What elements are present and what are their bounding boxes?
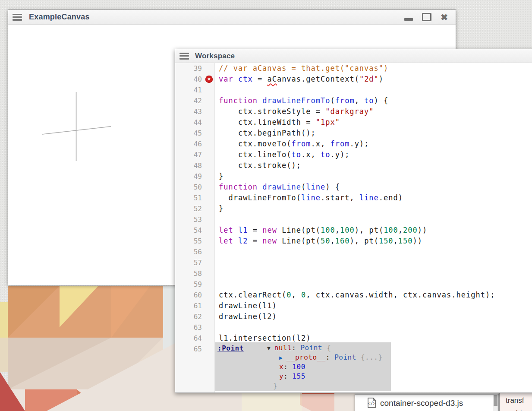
code-text: ctx.beginPath();: [215, 128, 316, 139]
scrollbar[interactable]: [493, 395, 498, 411]
inspector-row: }: [215, 381, 391, 391]
line-number: 41: [175, 85, 215, 95]
code-text: drawLine(l2): [215, 311, 277, 322]
code-line: 42function drawLineFromTo(from, to) {: [175, 95, 532, 106]
line-number: 58: [175, 268, 215, 279]
example-canvas-titlebar[interactable]: ExampleCanvas ✖: [8, 10, 456, 25]
line-number: 56: [175, 247, 215, 257]
code-text: drawLineFromTo(line.start, line.end): [215, 193, 403, 203]
file-list-panel: </> container-scoped-d3.js: [355, 394, 499, 411]
code-text: function drawLineFromTo(from, to) {: [215, 95, 388, 106]
code-line: 58: [175, 268, 532, 279]
line-number: 65: [175, 344, 215, 354]
panel-text-line: transf: [506, 395, 532, 407]
code-line: 49}: [175, 171, 532, 182]
code-line: 40✕var ctx = aCanvas.getContext("2d"): [175, 74, 532, 85]
code-editor[interactable]: 39// var aCanvas = that.get("canvas")40✕…: [175, 63, 532, 392]
line-number: 63: [175, 322, 215, 333]
code-text: ctx.strokeStyle = "darkgray": [215, 106, 374, 117]
code-line: 43 ctx.strokeStyle = "darkgray": [175, 106, 532, 117]
window-title: Workspace: [195, 52, 235, 60]
window-title: ExampleCanvas: [29, 13, 90, 22]
code-line: 61drawLine(l1): [175, 300, 532, 311]
inline-inspector-widget: :Point ▼ null: Point {▶ __proto__: Point…: [215, 342, 391, 391]
code-text: ctx.clearRect(0, 0, ctx.canvas.width, ct…: [215, 290, 495, 300]
line-number: 43: [175, 106, 215, 117]
code-line: 39// var aCanvas = that.get("canvas"): [175, 63, 532, 74]
line-number: 48: [175, 160, 215, 171]
file-name: container-scoped-d3.js: [380, 398, 463, 408]
line-number: 61: [175, 300, 215, 311]
line-number: 44: [175, 117, 215, 128]
scrollbar-thumb[interactable]: [494, 395, 497, 406]
code-text: function drawLine(line) {: [215, 182, 340, 193]
menu-icon[interactable]: [179, 53, 189, 60]
line-number: 47: [175, 149, 215, 160]
line-number: 49: [175, 171, 215, 182]
code-file-icon: </>: [367, 398, 376, 408]
right-text-panel: transf matrix: [499, 392, 532, 411]
inspector-row: y: 155: [215, 372, 391, 381]
code-line: 51 drawLineFromTo(line.start, line.end): [175, 193, 532, 203]
code-line: 50function drawLine(line) {: [175, 182, 532, 193]
code-line: 54let l1 = new Line(pt(100,100), pt(100,…: [175, 225, 532, 236]
code-rows: 39// var aCanvas = that.get("canvas")40✕…: [175, 63, 532, 354]
workspace-window: Workspace 39// var aCanvas = that.get("c…: [175, 49, 532, 393]
line-number: 45: [175, 128, 215, 139]
expand-collapse-icon[interactable]: ▼: [267, 345, 274, 351]
line-number: 64: [175, 333, 215, 344]
code-text: ctx.moveTo(from.x, from.y);: [215, 139, 369, 149]
menu-icon[interactable]: [13, 14, 22, 21]
code-line: 57: [175, 257, 532, 268]
code-text: // var aCanvas = that.get("canvas"): [215, 63, 388, 74]
code-text: }: [215, 203, 224, 214]
line-number: 42: [175, 95, 215, 106]
code-line: 63: [175, 322, 532, 333]
line-number: 52: [175, 203, 215, 214]
line-number: 57: [175, 257, 215, 268]
line-number: 53: [175, 214, 215, 225]
line-number: 51: [175, 193, 215, 203]
code-line: 53: [175, 214, 532, 225]
code-line: 48 ctx.stroke();: [175, 160, 532, 171]
type-annotation-link[interactable]: :Point: [217, 344, 244, 352]
close-button[interactable]: ✖: [441, 13, 448, 22]
line-number: 60: [175, 290, 215, 300]
code-line: 46 ctx.moveTo(from.x, from.y);: [175, 139, 532, 149]
code-text: drawLine(l1): [215, 300, 277, 311]
code-text: ctx.lineWidth = "1px": [215, 117, 340, 128]
line-number: 59: [175, 279, 215, 290]
maximize-button[interactable]: [422, 13, 431, 21]
minimize-button[interactable]: [404, 18, 413, 21]
panel-text-line: matrix: [506, 407, 532, 411]
inspector-row[interactable]: ▶ __proto__: Point {...}: [215, 353, 391, 362]
code-text: }: [215, 171, 224, 182]
line-number: 46: [175, 139, 215, 149]
workspace-titlebar[interactable]: Workspace: [175, 49, 532, 63]
code-line: 47 ctx.lineTo(to.x, to.y);: [175, 149, 532, 160]
code-line: 41: [175, 85, 532, 95]
code-line: 62drawLine(l2): [175, 311, 532, 322]
code-line: 60ctx.clearRect(0, 0, ctx.canvas.width, …: [175, 290, 532, 300]
line-number: 40✕: [175, 74, 215, 85]
code-text: var ctx = aCanvas.getContext("2d"): [215, 74, 384, 85]
code-text: ctx.lineTo(to.x, to.y);: [215, 149, 349, 160]
expand-icon[interactable]: ▶: [279, 354, 286, 361]
error-marker-icon[interactable]: ✕: [205, 76, 213, 83]
code-line: 59: [175, 279, 532, 290]
line-number: 62: [175, 311, 215, 322]
code-line: 52}: [175, 203, 532, 214]
code-text: let l1 = new Line(pt(100,100), pt(100,20…: [215, 225, 427, 236]
code-line: 55let l2 = new Line(pt(50,160), pt(150,1…: [175, 236, 532, 247]
line-number: 39: [175, 63, 215, 74]
code-text: let l2 = new Line(pt(50,160), pt(150,150…: [215, 236, 422, 247]
line-number: 50: [175, 182, 215, 193]
code-line: 45 ctx.beginPath();: [175, 128, 532, 139]
file-list-item[interactable]: </> container-scoped-d3.js: [355, 395, 498, 408]
code-line: 56: [175, 247, 532, 257]
code-line: 44 ctx.lineWidth = "1px": [175, 117, 532, 128]
inspector-row: x: 100: [215, 362, 391, 372]
line-number: 54: [175, 225, 215, 236]
code-text: ctx.stroke();: [215, 160, 301, 171]
line-number: 55: [175, 236, 215, 247]
